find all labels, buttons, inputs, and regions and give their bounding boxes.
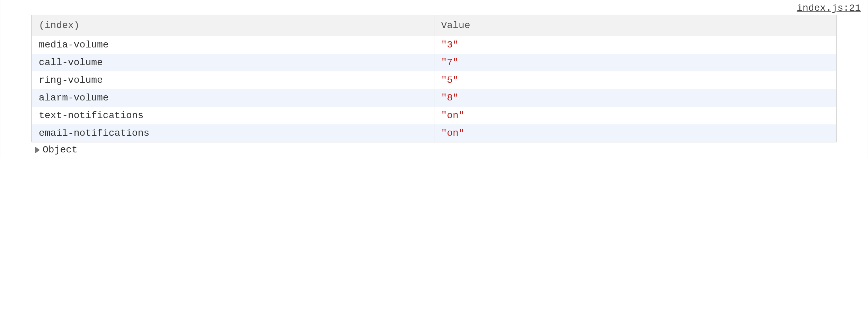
table-row: email-notifications "on": [32, 124, 836, 142]
cell-value: "8": [434, 89, 836, 107]
cell-value: "5": [434, 71, 836, 89]
table-row: text-notifications "on": [32, 107, 836, 124]
disclosure-triangle-icon: [35, 147, 40, 153]
cell-value: "3": [434, 36, 836, 54]
console-table: (index) Value media-volume "3" call-volu…: [32, 15, 836, 142]
header-value: Value: [434, 15, 836, 36]
cell-key: text-notifications: [32, 107, 434, 124]
cell-key: email-notifications: [32, 124, 434, 142]
table-header-row: (index) Value: [32, 15, 836, 36]
console-table-wrapper: (index) Value media-volume "3" call-volu…: [0, 15, 868, 142]
cell-value: "on": [434, 107, 836, 124]
source-link[interactable]: index.js:21: [797, 3, 861, 14]
table-row: call-volume "7": [32, 54, 836, 71]
table-row: alarm-volume "8": [32, 89, 836, 107]
cell-key: ring-volume: [32, 71, 434, 89]
object-label: Object: [43, 144, 78, 155]
table-row: ring-volume "5": [32, 71, 836, 89]
header-index: (index): [32, 15, 434, 36]
cell-key: call-volume: [32, 54, 434, 71]
source-link-row: index.js:21: [0, 0, 868, 15]
object-expand-toggle[interactable]: Object: [0, 142, 868, 155]
cell-value: "7": [434, 54, 836, 71]
cell-value: "on": [434, 124, 836, 142]
cell-key: alarm-volume: [32, 89, 434, 107]
table-row: media-volume "3": [32, 36, 836, 54]
console-output-panel: index.js:21 (index) Value media-volume "…: [0, 0, 868, 158]
cell-key: media-volume: [32, 36, 434, 54]
